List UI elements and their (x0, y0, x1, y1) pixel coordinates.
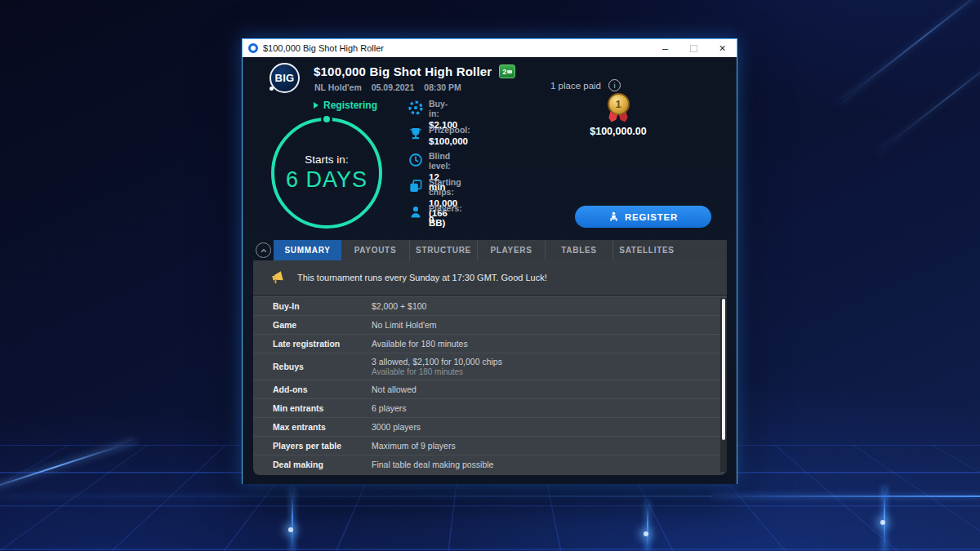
chip-stack-icon (408, 179, 423, 193)
start-date: 05.09.2021 (372, 82, 415, 92)
scrollbar-thumb[interactable] (722, 299, 725, 440)
stat-label: Prizepool: (429, 125, 470, 135)
grid-accent-line (884, 487, 885, 551)
tournament-title: $100,000 Big Shot High Roller (314, 64, 492, 78)
detail-label: Add-ons (273, 384, 372, 394)
minimize-icon: – (662, 42, 668, 55)
detail-row: Late registration Available for 180 minu… (253, 334, 727, 353)
detail-value: Final table deal making possible (372, 460, 493, 469)
tab-players[interactable]: PLAYERS (477, 240, 545, 260)
window-title: $100,000 Big Shot High Roller (263, 43, 384, 53)
info-icon[interactable]: i (608, 79, 621, 91)
detail-value: Not allowed (372, 384, 416, 394)
first-place-medal-icon: 1 (608, 93, 630, 115)
summary-panel: This tournament runs every Sunday at 17:… (253, 260, 727, 475)
detail-label: Buy-In (273, 301, 372, 311)
detail-label: Game (273, 320, 372, 330)
game-type: NL Hold'em (314, 82, 362, 92)
detail-value: 3000 players (372, 422, 421, 432)
maximize-icon (690, 45, 697, 52)
collapse-panel-button[interactable] (256, 242, 271, 258)
grid-accent-line (0, 495, 712, 497)
starts-in-value: 6 DAYS (286, 167, 368, 193)
grid-accent-line (292, 488, 293, 551)
ticket-badge-icon: 2 (499, 64, 515, 78)
tab-structure[interactable]: STRUCTURE (409, 240, 477, 260)
detail-value: 6 players (372, 403, 407, 413)
big-logo-text: BIG (274, 72, 294, 84)
register-button-label: REGISTER (625, 212, 678, 222)
places-paid-label: 1 place paid (550, 81, 601, 91)
megaphone-icon (270, 270, 285, 286)
lobby-tabbar: SUMMARY PAYOUTS STRUCTURE PLAYERS TABLES… (274, 240, 727, 260)
detail-row: Max entrants 3000 players (253, 417, 727, 436)
grid-accent-line (712, 495, 980, 497)
detail-value: No Limit Hold'em (372, 320, 437, 330)
detail-value: Available for 180 minutes (372, 339, 468, 349)
start-time: 08:30 PM (424, 82, 461, 92)
stat-players: Players: 0 (408, 203, 462, 224)
stat-value: 0 (429, 215, 462, 224)
stat-label: Blind level: (429, 151, 451, 171)
top-prize-amount: $100,000.00 (586, 126, 651, 137)
ticket-badge-count: 2 (502, 68, 506, 76)
tournament-window: $100,000 Big Shot High Roller – × BIG $1… (242, 38, 737, 484)
detail-label: Max entrants (273, 422, 372, 432)
register-button[interactable]: REGISTER (575, 206, 711, 228)
registering-status: Registering (314, 100, 377, 111)
announcement-bar: This tournament runs every Sunday at 17:… (253, 260, 727, 296)
tab-summary[interactable]: SUMMARY (274, 240, 341, 260)
places-paid-row: 1 place paid i (550, 79, 621, 91)
detail-label: Rebuys (273, 362, 372, 371)
detail-value: Maximum of 9 players (372, 441, 456, 451)
maximize-button[interactable] (679, 39, 708, 57)
detail-value: $2,000 + $100 (372, 301, 426, 311)
chevron-up-icon (259, 246, 269, 256)
detail-row: Rebuys 3 allowed, $2,100 for 10,000 chip… (253, 353, 727, 380)
app-icon (248, 43, 258, 53)
detail-row: Buy-In $2,000 + $100 (253, 296, 727, 315)
detail-label: Late registration (273, 339, 372, 349)
detail-row: Deal making Final table deal making poss… (253, 455, 727, 473)
minimize-button[interactable]: – (651, 39, 679, 57)
detail-row: Min entrants 6 players (253, 398, 727, 417)
stat-prizepool: Prizepool: $100,000 (408, 125, 470, 146)
grid-glow-node (880, 520, 885, 525)
detail-row: Add-ons Not allowed (253, 380, 727, 398)
countdown-circle: Starts in: 6 DAYS (271, 118, 382, 229)
clock-icon (408, 153, 423, 167)
announcement-text: This tournament runs every Sunday at 17:… (297, 273, 547, 282)
detail-label: Deal making (273, 460, 372, 469)
poker-chip-icon (408, 100, 423, 115)
trophy-icon (408, 127, 423, 141)
stat-label: Players: (429, 203, 462, 213)
medal-rank: 1 (615, 98, 621, 110)
detail-row: Game No Limit Hold'em (253, 315, 727, 334)
stat-value: $100,000 (429, 136, 470, 146)
detail-subvalue: Available for 180 minutes (372, 367, 502, 376)
desktop-background: $100,000 Big Shot High Roller – × BIG $1… (0, 0, 980, 551)
detail-label: Players per table (273, 441, 372, 451)
tournament-lobby: BIG $100,000 Big Shot High Roller 2 NL H… (243, 57, 737, 484)
tab-payouts[interactable]: PAYOUTS (341, 240, 409, 260)
detail-value: 3 allowed, $2,100 for 10,000 chips (372, 357, 502, 367)
window-titlebar[interactable]: $100,000 Big Shot High Roller – × (243, 39, 737, 57)
players-icon (408, 205, 423, 220)
registering-label: Registering (323, 100, 377, 111)
stat-label: Buy-in: (429, 99, 457, 118)
detail-label: Min entrants (273, 403, 372, 413)
big-series-logo: BIG (270, 63, 300, 93)
close-icon: × (719, 42, 725, 55)
grid-accent-line (647, 501, 648, 551)
play-triangle-icon (314, 102, 318, 109)
tab-tables[interactable]: TABLES (545, 240, 612, 260)
scrollbar-track[interactable] (720, 298, 727, 472)
starts-in-label: Starts in: (305, 153, 348, 166)
top-prize-block: 1 $100,000.00 (586, 93, 651, 137)
close-button[interactable]: × (708, 39, 737, 57)
grid-glow-node (288, 527, 293, 532)
detail-row: Players per table Maximum of 9 players (253, 436, 727, 455)
window-controls: – × (651, 39, 737, 57)
countdown-marker-dot (323, 116, 330, 122)
tab-satellites[interactable]: SATELLITES (612, 240, 680, 260)
